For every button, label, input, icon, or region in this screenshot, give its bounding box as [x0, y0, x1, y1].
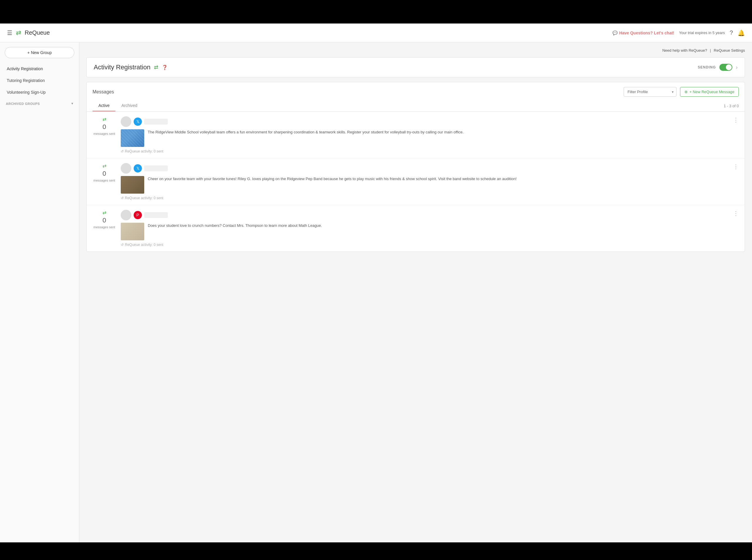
messages-section: Messages Filter Profile ⊕ + New ReQueue …: [86, 82, 745, 252]
link-separator: |: [710, 48, 711, 53]
msg-image-volleyball: [121, 129, 144, 147]
requeue-activity-icon-2: ↺: [121, 196, 124, 200]
message-more-button-1[interactable]: ⋮: [733, 116, 739, 123]
top-black-bar: [0, 0, 752, 23]
msg-count-1: 0: [103, 123, 106, 131]
msg-count-3: 0: [103, 217, 106, 224]
archived-groups-label: ARCHIVED GROUPS: [6, 102, 40, 105]
body-layout: + New Group Activity Registration Tutori…: [0, 42, 752, 542]
msg-image-band: [121, 176, 144, 194]
group-title: Activity Registration: [94, 63, 150, 71]
sidebar: + New Group Activity Registration Tutori…: [0, 42, 79, 542]
sidebar-item-label: Tutoring Registration: [7, 78, 45, 83]
msg-content-2: 𝕏 Cheer on your favorite team with your …: [121, 163, 728, 200]
msg-activity-1: ↺ ReQueue activity: 0 sent: [121, 149, 728, 153]
msg-text-1: The RidgeView Middle School volleyball t…: [148, 129, 464, 147]
msg-sent-label-3: messages sent: [94, 225, 115, 229]
sidebar-item-activity-registration[interactable]: Activity Registration: [0, 63, 79, 75]
msg-image-math: [121, 223, 144, 240]
pagination-info: 1 - 3 of 0: [724, 104, 739, 108]
group-title-row: Activity Registration ⇄ ❓: [94, 63, 168, 71]
msg-text-3: Does your student love to crunch numbers…: [148, 223, 322, 240]
message-more-button-2[interactable]: ⋮: [733, 163, 739, 170]
header-right: 💬 Have Questions? Let's chat! Your trial…: [612, 29, 745, 36]
group-card: Activity Registration ⇄ ❓ SENDING ›: [86, 57, 745, 77]
msg-sent-label-1: messages sent: [94, 132, 115, 136]
filter-profile-wrapper: Filter Profile: [624, 87, 676, 97]
profile-avatar-2: [121, 163, 131, 174]
pinterest-icon-3: P: [134, 211, 142, 219]
header-left: ☰ ⇄ ReQueue: [7, 29, 50, 37]
trial-text: Your trial expires in 5 years: [679, 31, 725, 35]
requeue-shuffle-icon-2: ⇄: [103, 163, 106, 169]
top-links: Need help with ReQueue? | ReQueue Settin…: [86, 48, 745, 53]
msg-profile-name-3: [144, 212, 168, 218]
profile-avatar-3: [121, 210, 131, 220]
twitter-icon-1: 𝕏: [134, 118, 142, 126]
settings-link[interactable]: ReQueue Settings: [714, 48, 745, 53]
messages-header: Messages Filter Profile ⊕ + New ReQueue …: [87, 82, 745, 97]
msg-content-1: 𝕏 The RidgeView Middle School volleyball…: [121, 116, 728, 153]
help-icon[interactable]: ?: [730, 29, 733, 36]
new-message-button[interactable]: ⊕ + New ReQueue Message: [680, 87, 739, 97]
bottom-black-bar: [0, 542, 752, 560]
tab-archived[interactable]: Archived: [116, 100, 143, 111]
requeue-shuffle-icon: ⇄: [103, 116, 106, 122]
msg-activity-2: ↺ ReQueue activity: 0 sent: [121, 196, 728, 200]
sidebar-item-label: Activity Registration: [7, 66, 43, 71]
msg-top-row-3: P: [121, 210, 728, 220]
archived-groups-section[interactable]: ARCHIVED GROUPS ▾: [0, 98, 79, 109]
new-group-button[interactable]: + New Group: [5, 47, 74, 58]
messages-title: Messages: [93, 89, 114, 95]
msg-text-2: Cheer on your favorite team with your fa…: [148, 176, 517, 194]
msg-body-row-2: Cheer on your favorite team with your fa…: [121, 176, 728, 194]
twitter-icon-2: 𝕏: [134, 164, 142, 173]
tabs-row: Active Archived 1 - 3 of 0: [87, 100, 745, 112]
msg-sent-label-2: messages sent: [94, 179, 115, 182]
logo-icon: ⇄: [16, 29, 21, 37]
chat-bubble-icon: 💬: [612, 31, 617, 35]
sidebar-item-volunteering-signup[interactable]: Volunteering Sign-Up: [0, 86, 79, 98]
group-requeue-icon[interactable]: ⇄: [154, 64, 158, 71]
message-item: ⇄ 0 messages sent P Does your student lo…: [87, 205, 745, 252]
profile-avatar-1: [121, 116, 131, 127]
requeue-activity-icon-3: ↺: [121, 243, 124, 247]
msg-profile-name-1: [144, 119, 168, 124]
archived-chevron-icon: ▾: [72, 102, 74, 105]
filter-profile-select[interactable]: Filter Profile: [624, 87, 676, 97]
bell-icon[interactable]: 🔔: [738, 29, 745, 36]
msg-body-row-1: The RidgeView Middle School volleyball t…: [121, 129, 728, 147]
msg-left-3: ⇄ 0 messages sent: [93, 210, 116, 229]
sidebar-item-tutoring-registration[interactable]: Tutoring Registration: [0, 75, 79, 86]
group-header: Activity Registration ⇄ ❓ SENDING ›: [94, 63, 738, 71]
msg-profile-name-2: [144, 165, 168, 171]
tab-active[interactable]: Active: [93, 100, 116, 111]
sending-toggle[interactable]: [719, 64, 732, 71]
msg-left-1: ⇄ 0 messages sent: [93, 116, 116, 136]
message-item: ⇄ 0 messages sent 𝕏 The RidgeView Middle: [87, 112, 745, 158]
group-help-icon[interactable]: ❓: [162, 65, 168, 70]
new-message-label: + New ReQueue Message: [689, 89, 734, 94]
main-content: Need help with ReQueue? | ReQueue Settin…: [79, 42, 752, 542]
requeue-shuffle-icon-3: ⇄: [103, 210, 106, 215]
chat-link[interactable]: 💬 Have Questions? Let's chat!: [612, 31, 674, 35]
msg-top-row-1: 𝕏: [121, 116, 728, 127]
msg-count-2: 0: [103, 170, 106, 178]
sending-label: SENDING: [698, 65, 716, 69]
msg-activity-3: ↺ ReQueue activity: 0 sent: [121, 243, 728, 247]
msg-content-3: P Does your student love to crunch numbe…: [121, 210, 728, 247]
message-item: ⇄ 0 messages sent 𝕏 Cheer on your favori…: [87, 158, 745, 205]
msg-top-row-2: 𝕏: [121, 163, 728, 174]
message-more-button-3[interactable]: ⋮: [733, 210, 739, 217]
chat-text: Have Questions? Let's chat!: [619, 31, 674, 35]
messages-actions: Filter Profile ⊕ + New ReQueue Message: [624, 87, 739, 97]
group-chevron-icon[interactable]: ›: [736, 64, 738, 71]
requeue-activity-icon-1: ↺: [121, 149, 124, 153]
msg-body-row-3: Does your student love to crunch numbers…: [121, 223, 728, 240]
plus-icon: ⊕: [685, 89, 688, 94]
sidebar-item-label: Volunteering Sign-Up: [7, 90, 45, 95]
msg-left-2: ⇄ 0 messages sent: [93, 163, 116, 182]
help-link[interactable]: Need help with ReQueue?: [663, 48, 707, 53]
hamburger-icon[interactable]: ☰: [7, 29, 12, 36]
app-header: ☰ ⇄ ReQueue 💬 Have Questions? Let's chat…: [0, 23, 752, 42]
